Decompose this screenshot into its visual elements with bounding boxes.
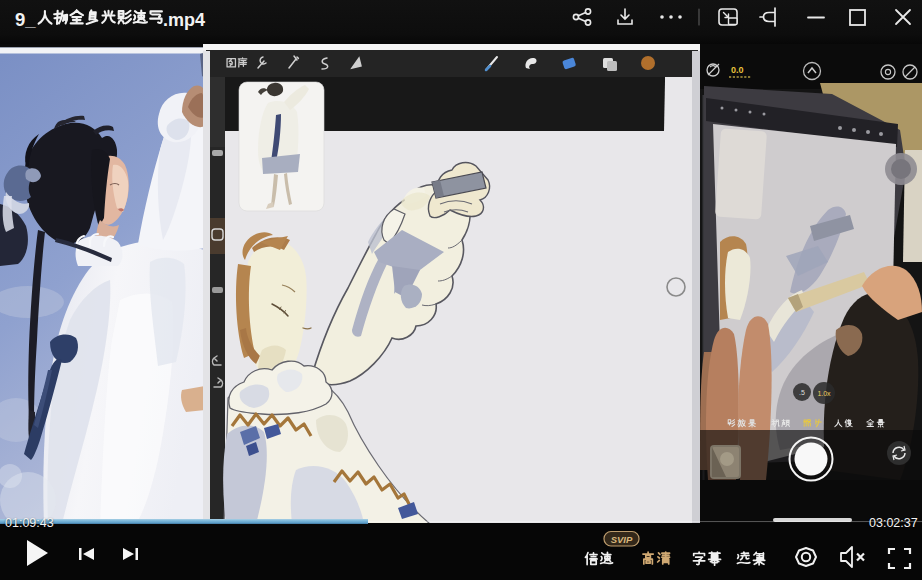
svg-text:SVIP: SVIP (611, 534, 633, 545)
svg-text:1.0x: 1.0x (817, 390, 831, 397)
svg-text:9_: 9_ (15, 9, 36, 30)
svg-text:.mp4: .mp4 (163, 10, 205, 30)
svg-text:.5: .5 (799, 389, 805, 396)
svg-text:0.0: 0.0 (731, 65, 744, 75)
